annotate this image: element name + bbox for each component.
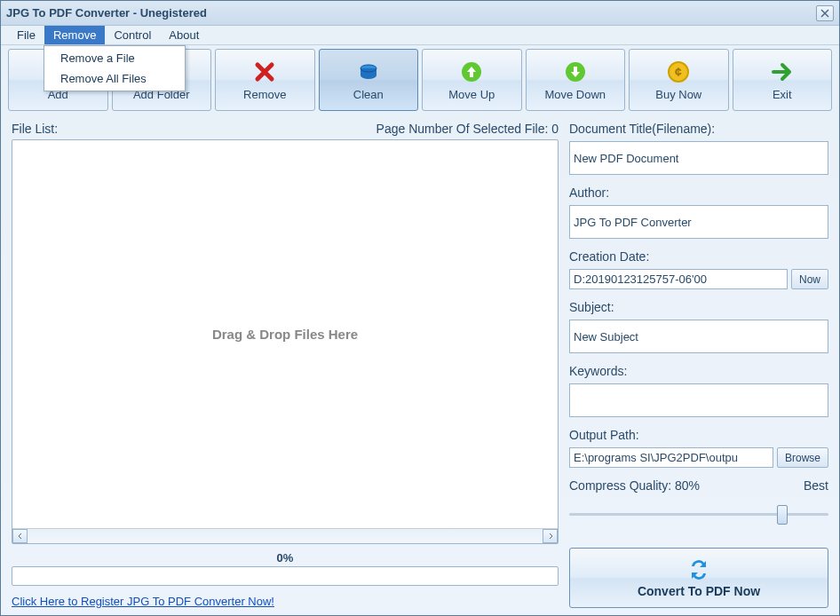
right-column: Document Title(Filename): Author: Creati… [569,122,828,608]
left-column: File List: Page Number Of Selected File:… [12,122,559,608]
chevron-left-icon [17,533,24,540]
remove-label: Remove [243,88,286,101]
up-icon [459,59,484,84]
page-number-label: Page Number Of Selected File: 0 [376,122,559,136]
scroll-track[interactable] [28,529,543,543]
content-area: File List: Page Number Of Selected File:… [1,115,839,615]
buy-now-button[interactable]: ¢ Buy Now [629,49,729,111]
remove-dropdown: Remove a File Remove All Files [44,45,186,91]
subject-label: Subject: [569,300,828,314]
move-up-label: Move Up [448,88,495,101]
convert-button[interactable]: Convert To PDF Now [569,548,828,608]
window-title: JPG To PDF Converter - Unegistered [6,6,816,20]
close-button[interactable] [816,5,834,21]
horizontal-scrollbar[interactable] [12,528,558,543]
exit-icon [770,59,795,84]
output-input[interactable] [569,447,773,468]
date-label: Creation Date: [569,249,828,264]
title-input[interactable] [569,141,828,175]
clean-button[interactable]: Clean [319,49,419,111]
file-list[interactable]: Drag & Drop Files Here [12,139,559,544]
output-label: Output Path: [569,428,828,442]
menu-file[interactable]: File [8,26,44,44]
app-window: JPG To PDF Converter - Unegistered File … [0,0,840,616]
register-link[interactable]: Click Here to Register JPG To PDF Conver… [12,595,559,608]
author-label: Author: [569,186,828,200]
move-down-button[interactable]: Move Down [526,49,626,111]
menu-about[interactable]: About [160,26,208,44]
dropzone-text: Drag & Drop Files Here [12,140,558,528]
keywords-input[interactable] [569,383,828,417]
browse-button[interactable]: Browse [777,447,828,468]
now-button[interactable]: Now [791,269,828,289]
clean-icon [356,59,381,84]
buy-now-label: Buy Now [655,88,701,101]
move-down-label: Move Down [544,88,606,101]
progress-text: 0% [12,551,559,565]
slider-thumb[interactable] [777,505,788,525]
coin-icon: ¢ [666,59,691,84]
quality-best-label: Best [804,478,828,493]
remove-button[interactable]: Remove [215,49,315,111]
menu-control[interactable]: Control [105,26,160,44]
quality-label: Compress Quality: 80% [569,478,700,493]
date-input[interactable] [569,269,788,289]
exit-label: Exit [773,88,792,101]
scroll-left-button[interactable] [12,529,28,543]
x-icon [252,59,277,84]
keywords-label: Keywords: [569,364,828,378]
quality-slider[interactable] [569,503,828,526]
down-icon [563,59,588,84]
scroll-right-button[interactable] [543,529,558,543]
titlebar: JPG To PDF Converter - Unegistered [1,1,839,26]
slider-track [569,513,828,516]
dropdown-remove-all[interactable]: Remove All Files [46,68,183,89]
menubar: File Remove Control About Remove a File … [1,26,839,45]
svg-text:¢: ¢ [675,65,682,79]
convert-icon [686,557,711,582]
title-label: Document Title(Filename): [569,122,828,136]
file-list-label: File List: [12,122,58,136]
move-up-button[interactable]: Move Up [422,49,522,111]
dropdown-remove-file[interactable]: Remove a File [46,48,183,68]
clean-label: Clean [353,88,384,101]
author-input[interactable] [569,205,828,239]
chevron-right-icon [547,533,554,540]
menu-remove[interactable]: Remove [44,26,105,44]
exit-button[interactable]: Exit [733,49,833,111]
convert-label: Convert To PDF Now [638,584,760,598]
close-icon [820,9,829,18]
progress-bar [12,566,559,586]
subject-input[interactable] [569,320,828,353]
